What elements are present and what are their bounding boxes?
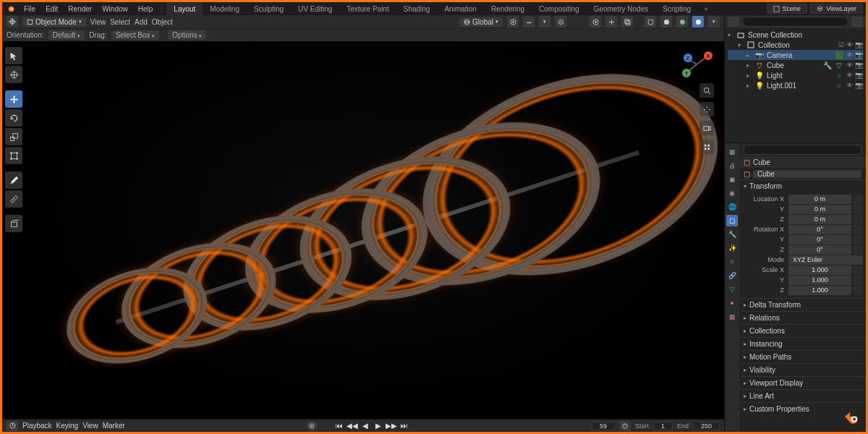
orientation-dropdown[interactable]: Default ▾ <box>48 30 85 40</box>
location-z-field[interactable]: 0 m <box>788 215 851 224</box>
tl-marker[interactable]: Marker <box>103 422 125 430</box>
prop-tab-material[interactable]: ● <box>726 297 738 309</box>
panel-line-art[interactable]: ▸Line Art <box>739 390 866 402</box>
jump-end-button[interactable]: ⏭ <box>399 421 410 431</box>
panel-relations[interactable]: ▸Relations <box>739 312 866 324</box>
viewlayer-selector[interactable]: ViewLayer <box>810 4 863 14</box>
scale-x-field[interactable]: 1.000 <box>788 265 851 275</box>
pan-button[interactable] <box>699 102 714 116</box>
eye-icon[interactable]: 👁 <box>846 41 853 48</box>
properties-datablock[interactable]: ▢ Cube <box>739 168 866 179</box>
play-rev-button[interactable]: ◀ <box>359 421 371 431</box>
eye-icon[interactable]: 👁 <box>846 61 853 69</box>
rotation-y-field[interactable]: 0° <box>788 235 851 244</box>
tab-scripting[interactable]: Scripting <box>655 3 698 15</box>
tl-keying[interactable]: Keying <box>56 422 79 430</box>
lock-icon[interactable] <box>853 276 863 285</box>
outliner-filter-button[interactable] <box>851 17 863 27</box>
current-frame-field[interactable]: 59 <box>592 422 615 430</box>
tl-view[interactable]: View <box>82 422 98 430</box>
start-frame-field[interactable]: 1 <box>653 422 673 430</box>
prop-tab-world[interactable]: 🌐 <box>726 201 738 213</box>
3d-viewport[interactable]: X Y Z <box>2 41 724 419</box>
eye-icon[interactable]: 👁 <box>846 82 853 89</box>
overlays-toggle[interactable] <box>590 16 601 27</box>
next-key-button[interactable]: ▶▶ <box>386 421 397 431</box>
eye-icon[interactable]: 👁 <box>846 51 853 59</box>
editor-type-button[interactable] <box>7 16 18 27</box>
add-workspace-button[interactable]: + <box>698 3 714 15</box>
end-frame-field[interactable]: 250 <box>693 422 720 430</box>
panel-transform-header[interactable]: ▾Transform <box>739 180 866 192</box>
tab-modeling[interactable]: Modeling <box>203 3 247 15</box>
menu-render[interactable]: Render <box>64 4 96 14</box>
timeline-editor-type[interactable] <box>7 421 18 431</box>
panel-visibility[interactable]: ▸Visibility <box>739 364 866 376</box>
prop-tab-output[interactable]: 🖨 <box>726 160 738 171</box>
panel-delta-transform[interactable]: ▸Delta Transform <box>739 299 866 311</box>
collection-toggle-icon[interactable]: ☑ <box>838 41 844 48</box>
lock-icon[interactable] <box>853 215 863 224</box>
lock-icon[interactable] <box>853 235 863 244</box>
gizmo-toggle[interactable] <box>605 16 617 27</box>
tool-annotate[interactable] <box>5 171 22 189</box>
transform-orientation-dropdown[interactable]: Global ▾ <box>459 17 503 27</box>
menu-edit[interactable]: Edit <box>41 4 62 14</box>
scale-z-field[interactable]: 1.000 <box>788 286 851 295</box>
mode-dropdown[interactable]: Object Mode ▾ <box>22 17 86 27</box>
lock-icon[interactable] <box>853 265 863 275</box>
tool-cursor[interactable] <box>5 66 22 83</box>
tab-texture-paint[interactable]: Texture Paint <box>339 3 396 15</box>
pivot-dropdown[interactable] <box>507 16 519 27</box>
tool-rotate[interactable] <box>5 109 22 127</box>
tab-layout[interactable]: Layout <box>166 3 203 15</box>
play-button[interactable]: ▶ <box>373 421 384 431</box>
rotation-z-field[interactable]: 0° <box>788 245 851 255</box>
shading-rendered[interactable] <box>692 16 704 27</box>
scale-y-field[interactable]: 1.000 <box>788 276 851 285</box>
prev-key-button[interactable]: ◀◀ <box>346 421 358 431</box>
lock-icon[interactable] <box>853 195 863 204</box>
vp-menu-select[interactable]: Select <box>110 18 130 26</box>
frame-range-lock[interactable] <box>619 421 631 431</box>
location-x-field[interactable]: 0 m <box>788 195 851 204</box>
proportional-edit-toggle[interactable] <box>555 16 566 27</box>
render-icon[interactable]: 📷 <box>855 61 863 69</box>
outliner-editor-type[interactable] <box>728 17 739 27</box>
scene-selector[interactable]: Scene <box>767 4 808 14</box>
panel-instancing[interactable]: ▸Instancing <box>739 338 866 350</box>
prop-tab-render[interactable]: ▦ <box>726 146 738 158</box>
tool-transform[interactable] <box>5 147 22 164</box>
render-icon[interactable]: 📷 <box>855 72 863 79</box>
vp-menu-add[interactable]: Add <box>135 18 148 26</box>
prop-tab-particles[interactable]: ✨ <box>726 242 738 254</box>
tab-shading[interactable]: Shading <box>396 3 438 15</box>
outliner-item-camera[interactable]: ▸ 📷 Camera 👁 📷 <box>728 50 863 60</box>
options-dropdown[interactable]: Options ▾ <box>168 30 206 40</box>
xray-toggle[interactable] <box>621 16 633 27</box>
jump-start-button[interactable]: ⏮ <box>333 421 345 431</box>
lock-icon[interactable] <box>853 245 863 255</box>
rotation-x-field[interactable]: 0° <box>788 225 851 234</box>
camera-view-button[interactable] <box>699 121 714 135</box>
menu-help[interactable]: Help <box>134 4 158 14</box>
tab-rendering[interactable]: Rendering <box>484 3 532 15</box>
tool-scale[interactable] <box>5 128 22 145</box>
tl-playback[interactable]: Playback <box>22 422 52 430</box>
panel-motion-paths[interactable]: ▸Motion Paths <box>739 351 866 363</box>
prop-tab-texture[interactable]: ▦ <box>726 311 738 323</box>
shading-solid[interactable] <box>660 16 672 27</box>
outliner-item-cube[interactable]: ▸ ▽ Cube 🔧 ▽ 👁 📷 <box>728 60 863 70</box>
lock-icon[interactable] <box>853 225 863 234</box>
render-icon[interactable]: 📷 <box>855 51 863 59</box>
tool-add-primitive[interactable] <box>5 215 22 232</box>
prop-tab-scene[interactable]: ◉ <box>726 187 738 199</box>
snap-target-dropdown[interactable]: ▾ <box>539 16 550 27</box>
tab-animation[interactable]: Animation <box>437 3 483 15</box>
prop-tab-object[interactable]: ▢ <box>726 215 738 226</box>
drag-dropdown[interactable]: Select Box ▾ <box>111 30 160 40</box>
panel-collections[interactable]: ▸Collections <box>739 325 866 337</box>
outliner-item-light001[interactable]: ▸ 💡 Light.001 ○ 👁 📷 <box>728 80 863 90</box>
tool-measure[interactable] <box>5 190 22 208</box>
eye-icon[interactable]: 👁 <box>846 72 853 79</box>
